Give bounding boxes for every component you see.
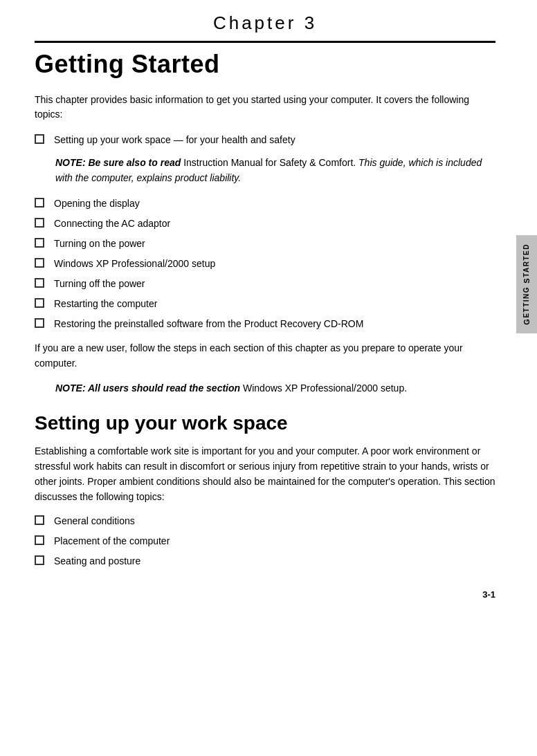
new-user-text: If you are a new user, follow the steps … [35, 341, 495, 371]
note2-bold-italic: NOTE: All users should read the section [55, 382, 243, 394]
checkbox-icon [35, 515, 44, 525]
section2-intro: Establishing a comfortable work site is … [35, 444, 495, 504]
checkbox-icon [35, 134, 44, 144]
list-item: General conditions [35, 514, 495, 528]
list-item-label: Restarting the computer [54, 297, 157, 311]
list-item: Connecting the AC adaptor [35, 216, 495, 231]
checklist-section: Setting up your work space — for your he… [35, 133, 495, 185]
list-item-label: Setting up your work space — for your he… [54, 133, 295, 147]
checkbox-icon [35, 258, 44, 268]
note-block-2: NOTE: All users should read the section … [55, 381, 495, 396]
note-prefix: NOTE: Be sure also to read [55, 157, 183, 168]
list-item: Turning off the power [35, 277, 495, 291]
checkbox-icon [35, 218, 44, 228]
list-item-label: Placement of the computer [54, 534, 170, 548]
side-tab-line2-s: S [522, 277, 531, 284]
checkbox-icon [35, 238, 44, 248]
list-item: Seating and posture [35, 554, 495, 569]
checkbox-icon [35, 278, 44, 288]
list-item-label: Turning off the power [54, 277, 145, 291]
list-item-label: Turning on the power [54, 237, 145, 251]
list-item-label: Opening the display [54, 196, 140, 211]
list-item-label: Restoring the preinstalled software from… [54, 317, 363, 331]
checkbox-icon [35, 555, 44, 565]
list-item: Restarting the computer [35, 297, 495, 311]
chapter-header: Chapter 3 [35, 0, 495, 41]
note-normal: Instruction Manual for Safety & Comfort. [183, 157, 358, 168]
list-item: Opening the display [35, 196, 495, 211]
list-item: Setting up your work space — for your he… [35, 133, 495, 147]
side-tab-line1: G [522, 318, 531, 325]
note-block-1: NOTE: Be sure also to read Instruction M… [55, 156, 495, 185]
checkbox-icon [35, 198, 44, 208]
side-tab-rest1: ETTING [522, 284, 530, 318]
list-item-label: Seating and posture [54, 554, 140, 569]
page-number: 3-1 [35, 589, 495, 600]
section2-title: Setting up your work space [35, 412, 495, 434]
page-title: Getting Started [35, 50, 495, 79]
checkbox-icon [35, 298, 44, 308]
list-item-label: Windows XP Professional/2000 setup [54, 257, 215, 271]
intro-text: This chapter provides basic information … [35, 93, 495, 122]
list-item: Turning on the power [35, 237, 495, 251]
header-rule [35, 41, 495, 43]
list-item: Restoring the preinstalled software from… [35, 317, 495, 331]
list-item: Placement of the computer [35, 534, 495, 548]
note2-normal: Windows XP Professional/2000 setup. [243, 382, 407, 394]
side-tab: GETTING STARTED [516, 235, 537, 333]
side-tab-rest2: TARTED [522, 243, 530, 277]
list-item-label: Connecting the AC adaptor [54, 216, 170, 231]
checkbox-icon [35, 318, 44, 328]
side-tab-text: GETTING STARTED [522, 243, 531, 325]
page-container: Chapter 3 Getting Started This chapter p… [0, 0, 537, 756]
list-item: Windows XP Professional/2000 setup [35, 257, 495, 271]
list-item-label: General conditions [54, 514, 135, 528]
checkbox-icon [35, 535, 44, 545]
